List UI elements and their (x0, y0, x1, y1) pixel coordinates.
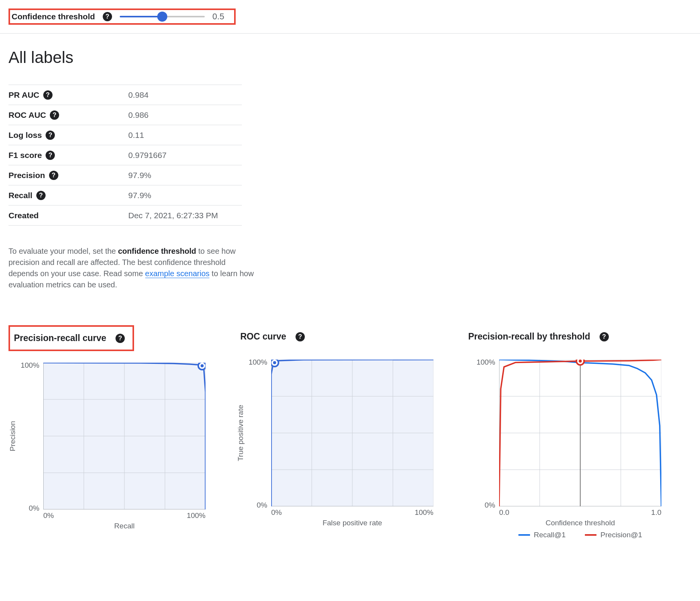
metric-row: F1 score?0.9791667 (8, 145, 242, 165)
pr-curve-xlabel: Recall (43, 520, 206, 530)
prt-curve-block: Precision-recall by threshold ? 100% 0% … (464, 325, 661, 540)
metric-label: F1 score (8, 151, 42, 160)
metric-value: Dec 7, 2021, 6:27:33 PM (128, 211, 218, 220)
x-tick: 0% (43, 511, 54, 520)
y-tick: 0% (29, 504, 39, 513)
example-scenarios-link[interactable]: example scenarios (145, 269, 210, 278)
metric-row: Recall?97.9% (8, 185, 242, 205)
confidence-threshold-label: Confidence threshold (12, 12, 95, 21)
y-tick: 0% (485, 501, 495, 509)
x-tick: 1.0 (651, 508, 661, 517)
y-tick: 100% (476, 358, 495, 367)
prt-curve-xlabel: Confidence threshold (499, 517, 661, 527)
metric-value: 0.11 (128, 131, 144, 140)
metric-value: 0.9791667 (128, 151, 167, 160)
metric-value: 97.9% (128, 171, 151, 180)
confidence-threshold-slider[interactable] (120, 12, 205, 21)
roc-curve-title: ROC curve ? (236, 325, 313, 348)
prt-curve-chart (499, 360, 661, 506)
help-icon[interactable]: ? (50, 110, 59, 120)
metric-label: Log loss (8, 131, 42, 140)
x-tick: 100% (415, 508, 433, 517)
svg-point-29 (273, 361, 276, 364)
metric-row: Log loss?0.11 (8, 125, 242, 145)
y-tick: 100% (20, 361, 39, 370)
pr-curve-block: Precision-recall curve ? Precision 100% … (8, 325, 206, 540)
pr-curve-ylabel: Precision (8, 421, 22, 451)
help-icon[interactable]: ? (36, 191, 46, 200)
metric-label: Created (8, 211, 39, 220)
svg-point-45 (579, 360, 582, 363)
roc-curve-ylabel: True positive rate (236, 405, 250, 461)
help-icon[interactable]: ? (46, 131, 55, 140)
confidence-threshold-control: Confidence threshold ? 0.5 (8, 8, 236, 25)
metric-row: CreatedDec 7, 2021, 6:27:33 PM (8, 205, 242, 226)
x-tick: 0% (271, 508, 282, 517)
help-icon[interactable]: ? (116, 334, 125, 343)
help-icon[interactable]: ? (43, 90, 53, 100)
metric-row: ROC AUC?0.986 (8, 105, 242, 125)
slider-thumb[interactable] (157, 12, 167, 22)
legend-item: Precision@1 (585, 531, 642, 539)
help-icon[interactable]: ? (49, 171, 58, 180)
prt-curve-title: Precision-recall by threshold ? (464, 325, 617, 348)
roc-curve-chart (271, 360, 433, 506)
metric-row: Precision?97.9% (8, 165, 242, 185)
roc-curve-xlabel: False positive rate (271, 517, 433, 527)
metric-label: ROC AUC (8, 110, 46, 120)
y-tick: 0% (257, 501, 267, 509)
help-icon[interactable]: ? (103, 12, 112, 21)
metric-value: 97.9% (128, 191, 151, 200)
metric-value: 0.986 (128, 110, 149, 120)
pr-curve-title: Precision-recall curve ? (8, 325, 134, 351)
metric-row: PR AUC?0.984 (8, 85, 242, 105)
metric-label: Recall (8, 191, 32, 200)
x-tick: 0.0 (499, 508, 509, 517)
x-tick: 100% (187, 511, 206, 520)
help-icon[interactable]: ? (296, 332, 305, 341)
help-icon[interactable]: ? (600, 332, 609, 341)
metrics-table: PR AUC?0.984ROC AUC?0.986Log loss?0.11F1… (8, 85, 242, 226)
metric-label: Precision (8, 171, 45, 180)
y-tick: 100% (248, 358, 267, 367)
help-icon[interactable]: ? (46, 151, 55, 160)
metric-value: 0.984 (128, 90, 149, 100)
pr-curve-chart (43, 363, 206, 509)
page-title: All labels (8, 48, 692, 67)
help-paragraph: To evaluate your model, set the confiden… (8, 246, 256, 290)
confidence-threshold-value: 0.5 (212, 12, 224, 22)
metric-label: PR AUC (8, 90, 39, 100)
roc-curve-block: ROC curve ? True positive rate 100% 0% 0… (236, 325, 433, 540)
svg-point-14 (200, 364, 204, 367)
legend-item: Recall@1 (518, 531, 566, 539)
prt-legend: Recall@1 Precision@1 (499, 528, 661, 539)
